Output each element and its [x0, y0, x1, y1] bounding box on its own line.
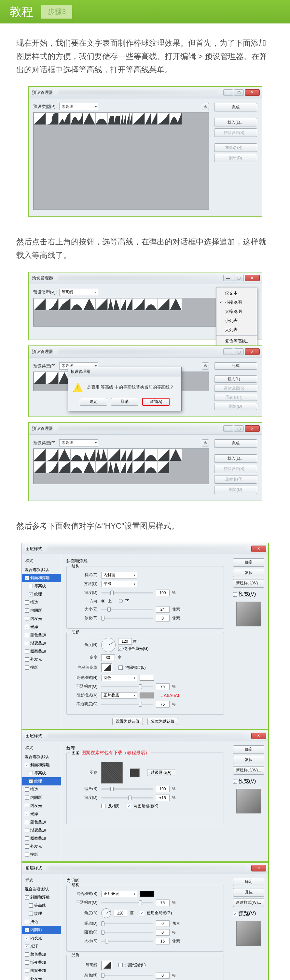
- load-button[interactable]: 载入(L)...: [214, 454, 257, 463]
- size-input[interactable]: 24: [156, 606, 170, 613]
- close-button[interactable]: ✕: [251, 733, 266, 739]
- confirm-cancel-button[interactable]: 取消: [111, 398, 138, 406]
- angle-input[interactable]: 120: [114, 910, 127, 916]
- style-gradientoverlay[interactable]: 渐变叠加: [22, 958, 61, 967]
- contour-picker[interactable]: [101, 961, 112, 970]
- antialias-checkbox[interactable]: [119, 963, 123, 967]
- style-innershadow[interactable]: 内阴影: [22, 606, 61, 615]
- save-set-button[interactable]: 存储设置(S)...: [214, 465, 257, 473]
- size-slider[interactable]: [101, 940, 153, 942]
- new-pattern-icon[interactable]: [130, 768, 139, 777]
- style-outerglow[interactable]: 外发光: [22, 842, 61, 851]
- style-patternoverlay[interactable]: 图案叠加: [22, 834, 61, 842]
- snap-origin-button[interactable]: 贴紧原点(A): [147, 769, 175, 776]
- close-button[interactable]: ✕: [245, 275, 260, 281]
- style-bevel[interactable]: 斜面和浮雕: [22, 893, 61, 902]
- altitude-input[interactable]: 30: [101, 654, 115, 661]
- close-button[interactable]: ✕: [251, 865, 266, 872]
- preview-checkbox[interactable]: [233, 592, 237, 597]
- style-stroke[interactable]: 描边: [22, 786, 61, 794]
- opacity-slider[interactable]: [101, 902, 153, 904]
- link-checkbox[interactable]: [127, 804, 131, 808]
- done-button[interactable]: 完成: [214, 103, 257, 111]
- maximize-button[interactable]: ▢: [234, 89, 244, 96]
- style-innerglow[interactable]: 内发光: [22, 802, 61, 810]
- angle-input[interactable]: 120: [118, 638, 132, 644]
- choke-input[interactable]: 0: [156, 929, 170, 935]
- style-outerglow[interactable]: 外发光: [22, 655, 61, 663]
- style-dropshadow[interactable]: 投影: [22, 663, 61, 672]
- highlight-color-swatch[interactable]: [139, 675, 154, 681]
- close-button[interactable]: ✕: [245, 348, 260, 355]
- style-dropshadow[interactable]: 投影: [22, 851, 61, 859]
- size-input[interactable]: 16: [156, 938, 170, 945]
- reset-button[interactable]: 复位: [233, 756, 264, 764]
- blend-mode-dropdown[interactable]: 正片叠底: [101, 891, 137, 897]
- shadow-opacity-slider[interactable]: [101, 704, 153, 705]
- depth-slider[interactable]: [101, 797, 153, 799]
- close-button[interactable]: ✕: [245, 89, 260, 96]
- style-bevel[interactable]: 斜面和浮雕: [22, 574, 61, 582]
- preset-type-dropdown[interactable]: 等高线: [59, 439, 98, 447]
- flyout-reset-contours[interactable]: 复位等高线...: [216, 337, 257, 346]
- delete-button[interactable]: 删除(D): [214, 154, 257, 162]
- preset-type-dropdown[interactable]: 等高线: [59, 289, 98, 296]
- scale-input[interactable]: 100: [156, 786, 170, 792]
- style-satin[interactable]: 光泽: [22, 810, 61, 818]
- highlight-mode-dropdown[interactable]: 滤色: [101, 675, 137, 681]
- new-style-button[interactable]: 新建样式(W)...: [233, 766, 264, 775]
- invert-checkbox[interactable]: [101, 804, 105, 808]
- new-style-button[interactable]: 新建样式(W)...: [233, 899, 264, 907]
- soften-input[interactable]: 0: [156, 615, 170, 622]
- flyout-large-list[interactable]: 大列表: [216, 325, 257, 334]
- maximize-button[interactable]: ▢: [234, 275, 244, 281]
- minimize-button[interactable]: —: [223, 275, 233, 281]
- angle-dial[interactable]: [101, 638, 116, 652]
- flyout-text-only[interactable]: 仅文本: [216, 289, 257, 298]
- ok-button[interactable]: 确定: [233, 878, 264, 886]
- rename-button[interactable]: 重命名(R)...: [214, 143, 257, 152]
- rename-button[interactable]: 重命名(R)...: [214, 475, 257, 484]
- distance-slider[interactable]: [101, 923, 153, 924]
- flyout-small-list[interactable]: 小列表: [216, 316, 257, 325]
- global-light-checkbox[interactable]: [118, 647, 122, 651]
- style-satin[interactable]: 光泽: [22, 623, 61, 631]
- confirm-ok-button[interactable]: 确定: [80, 398, 107, 406]
- style-innershadow[interactable]: 内阴影: [22, 794, 61, 802]
- blending-options-row[interactable]: 混合选项:默认: [22, 566, 61, 574]
- angle-dial[interactable]: [101, 908, 111, 918]
- style-gradientoverlay[interactable]: 渐变叠加: [22, 826, 61, 834]
- new-style-button[interactable]: 新建样式(W)...: [233, 579, 264, 588]
- style-texture[interactable]: 纹理: [22, 590, 61, 598]
- soften-slider[interactable]: [101, 617, 153, 619]
- shadow-mode-dropdown[interactable]: 正片叠底: [101, 692, 137, 699]
- style-texture[interactable]: 纹理: [22, 910, 61, 918]
- style-gradientoverlay[interactable]: 渐变叠加: [22, 639, 61, 647]
- depth-slider[interactable]: [101, 592, 153, 593]
- contour-swatches[interactable]: [33, 449, 209, 484]
- style-stroke[interactable]: 描边: [22, 918, 61, 926]
- close-button[interactable]: ✕: [251, 546, 266, 552]
- bevel-style-dropdown[interactable]: 内斜面: [101, 572, 137, 579]
- direction-down-radio[interactable]: [119, 599, 123, 603]
- direction-up-radio[interactable]: [101, 599, 105, 603]
- close-button[interactable]: ✕: [245, 425, 260, 432]
- antialias-checkbox[interactable]: [119, 665, 123, 670]
- style-contour[interactable]: 等高线: [22, 582, 61, 590]
- load-button[interactable]: 载入(L)...: [214, 118, 257, 126]
- style-satin[interactable]: 光泽: [22, 942, 61, 950]
- confirm-append-button[interactable]: 追加(A): [142, 398, 170, 406]
- noise-input[interactable]: 0: [156, 972, 170, 979]
- maximize-button[interactable]: ▢: [234, 348, 244, 355]
- style-coloroverlay[interactable]: 颜色叠加: [22, 818, 61, 826]
- preset-type-dropdown[interactable]: 等高线: [59, 103, 98, 110]
- flyout-small-thumb[interactable]: 小缩览图: [216, 298, 257, 307]
- choke-slider[interactable]: [101, 932, 153, 933]
- style-texture[interactable]: 纹理: [22, 777, 61, 786]
- style-innerglow[interactable]: 内发光: [22, 934, 61, 942]
- reset-button[interactable]: 复位: [233, 569, 264, 577]
- shadow-opacity-input[interactable]: 75: [156, 701, 170, 708]
- opacity-input[interactable]: 75: [156, 899, 170, 906]
- style-outerglow[interactable]: 外发光: [22, 975, 61, 980]
- global-light-checkbox[interactable]: [140, 911, 144, 915]
